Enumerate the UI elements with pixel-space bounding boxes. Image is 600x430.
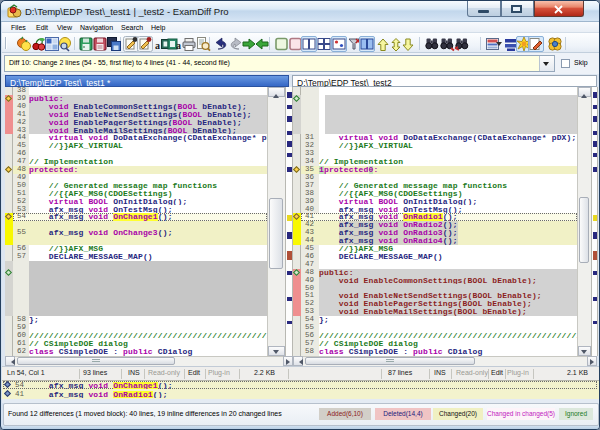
svg-text:a: a (155, 40, 160, 51)
